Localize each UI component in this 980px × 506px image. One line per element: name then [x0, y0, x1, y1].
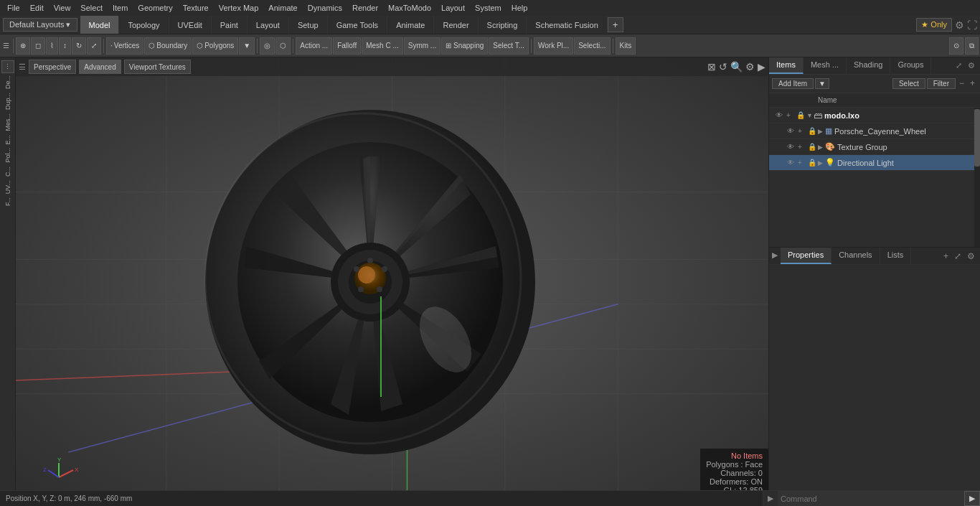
expand-arrow[interactable]: ▼: [806, 112, 814, 119]
tab-paint[interactable]: Paint: [212, 16, 248, 34]
selection-sets-btn[interactable]: Selecti...: [574, 37, 610, 55]
scrollbar-thumb[interactable]: [974, 109, 980, 167]
filter-items-btn[interactable]: Filter: [927, 78, 956, 89]
sidebar-dots[interactable]: ⋮: [1, 60, 14, 73]
snapping-btn[interactable]: ⊞ Snapping: [441, 37, 488, 55]
symm-btn[interactable]: Symm ...: [404, 37, 440, 55]
select-type-btn[interactable]: Select T...: [489, 37, 529, 55]
mode-btn[interactable]: ▼: [239, 37, 255, 55]
settings-icon[interactable]: ⚙: [955, 19, 964, 31]
viewport-textures-btn[interactable]: Viewport Textures: [124, 60, 191, 74]
move-btn[interactable]: ↕: [59, 37, 71, 55]
viewport[interactable]: ☰ Perspective Advanced Viewport Textures…: [16, 57, 768, 506]
command-input[interactable]: [778, 491, 964, 506]
sidebar-label-uv[interactable]: UV...: [4, 179, 11, 195]
tab-groups[interactable]: Groups: [890, 57, 931, 74]
menu-animate[interactable]: Animate: [264, 2, 301, 14]
tab-render[interactable]: Render: [434, 16, 478, 34]
tab-animate[interactable]: Animate: [387, 16, 434, 34]
menu-help[interactable]: Help: [507, 2, 532, 14]
sidebar-label-de[interactable]: De...: [4, 74, 11, 90]
default-layouts-dropdown[interactable]: Default Layouts ▾: [3, 18, 77, 32]
list-item[interactable]: 👁 + 🔒 ▼ 🗃 modo.lxo: [769, 108, 974, 123]
tab-schematic-fusion[interactable]: Schematic Fusion: [527, 16, 607, 34]
add-item-dropdown[interactable]: ▼: [815, 78, 829, 89]
tab-uvedit[interactable]: UVEdit: [169, 16, 212, 34]
boundary-btn[interactable]: ⬡ Boundary: [144, 37, 192, 55]
eye-toggle[interactable]: 👁: [783, 143, 798, 151]
viewport-menu-icon[interactable]: ☰: [19, 62, 26, 72]
items-expand-icon[interactable]: ⤢: [953, 61, 964, 70]
menu-edit[interactable]: Edit: [26, 2, 48, 14]
list-item[interactable]: 👁 + 🔒 ▶ 🎨 Texture Group: [769, 139, 974, 155]
tab-shading[interactable]: Shading: [847, 57, 890, 74]
command-submit-btn[interactable]: ▶: [964, 491, 980, 506]
eye-toggle[interactable]: 👁: [772, 111, 786, 119]
expand-arrow[interactable]: ▶: [818, 128, 825, 135]
prop-expand-icon[interactable]: ⤢: [952, 251, 963, 261]
menu-texture[interactable]: Texture: [179, 2, 213, 14]
menu-view[interactable]: View: [50, 2, 75, 14]
select-shape-btn[interactable]: ◻: [31, 37, 45, 55]
items-minus-icon[interactable]: −: [957, 78, 966, 89]
sidebar-label-e[interactable]: E...: [4, 133, 11, 146]
list-item[interactable]: 👁 + 🔒 ▶ 💡 Directional Light: [769, 155, 974, 171]
lock-icon[interactable]: 🔒: [796, 111, 806, 119]
sidebar-label-pol[interactable]: Pol...: [4, 146, 11, 164]
lasso-btn[interactable]: ⌇: [46, 37, 58, 55]
tab-properties[interactable]: Properties: [781, 248, 831, 264]
falloff-mode-btn[interactable]: ⬡: [275, 37, 291, 55]
expand-arrow[interactable]: ▶: [818, 144, 825, 151]
prop-settings-icon[interactable]: ⚙: [965, 251, 977, 261]
lock-icon[interactable]: 🔒: [808, 127, 818, 135]
tab-model[interactable]: Model: [80, 16, 120, 34]
prop-plus-icon[interactable]: +: [941, 251, 951, 261]
scale-btn[interactable]: ⤢: [87, 37, 101, 55]
menu-geometry[interactable]: Geometry: [133, 2, 176, 14]
menu-layout[interactable]: Layout: [437, 2, 469, 14]
tab-items[interactable]: Items: [769, 57, 804, 74]
vertices-btn[interactable]: · Vertices: [106, 37, 143, 55]
items-scrollbar[interactable]: [974, 108, 980, 247]
tab-scripting[interactable]: Scripting: [479, 16, 527, 34]
lock-icon[interactable]: 🔒: [808, 143, 818, 151]
advanced-btn[interactable]: Advanced: [79, 60, 121, 74]
mesh-btn[interactable]: Mesh C ...: [362, 37, 403, 55]
snap-btn[interactable]: ◎: [260, 37, 275, 55]
kits-btn[interactable]: Kits: [616, 37, 636, 55]
falloff-btn[interactable]: Falloff: [333, 37, 361, 55]
lock-icon[interactable]: 🔒: [808, 159, 818, 167]
viewport-maximize-icon[interactable]: ⊠: [707, 61, 716, 72]
viewport-settings-icon[interactable]: ⚙: [745, 61, 755, 72]
sidebar-label-mesh[interactable]: Mes...: [4, 112, 11, 133]
add-icon[interactable]: +: [786, 111, 796, 119]
menu-system[interactable]: System: [471, 2, 506, 14]
tab-mesh[interactable]: Mesh ...: [804, 57, 847, 74]
tab-channels[interactable]: Channels: [831, 248, 880, 264]
eye-toggle[interactable]: 👁: [783, 127, 798, 135]
polygons-btn[interactable]: ⬡ Polygons: [192, 37, 238, 55]
sidebar-label-c[interactable]: C...: [4, 165, 11, 178]
select-items-btn[interactable]: Select: [892, 78, 925, 89]
menu-item[interactable]: Item: [108, 2, 132, 14]
prop-panel-arrow[interactable]: ▶: [769, 248, 781, 264]
viewport-expand-icon[interactable]: ▶: [758, 61, 765, 72]
tab-lists[interactable]: Lists: [880, 248, 912, 264]
command-arrow-icon[interactable]: ▶: [763, 494, 778, 503]
add-tab-button[interactable]: +: [608, 17, 623, 32]
menu-vertex-map[interactable]: Vertex Map: [215, 2, 263, 14]
menu-select[interactable]: Select: [76, 2, 107, 14]
items-settings-icon[interactable]: ⚙: [966, 61, 977, 70]
view-mode-btn[interactable]: ⊙: [949, 37, 963, 55]
sidebar-label-f[interactable]: F...: [4, 196, 11, 207]
menu-file[interactable]: File: [3, 2, 24, 14]
tab-topology[interactable]: Topology: [119, 16, 169, 34]
tab-game-tools[interactable]: Game Tools: [328, 16, 388, 34]
list-item[interactable]: 👁 + 🔒 ▶ ▦ Porsche_Cayenne_Wheel: [769, 123, 974, 139]
rotate-btn[interactable]: ↻: [72, 37, 86, 55]
menu-dynamics[interactable]: Dynamics: [303, 2, 347, 14]
add-icon[interactable]: +: [798, 159, 808, 167]
add-icon[interactable]: +: [798, 127, 808, 135]
perspective-btn[interactable]: Perspective: [29, 60, 76, 74]
layout-view-btn[interactable]: ⧉: [965, 37, 979, 55]
